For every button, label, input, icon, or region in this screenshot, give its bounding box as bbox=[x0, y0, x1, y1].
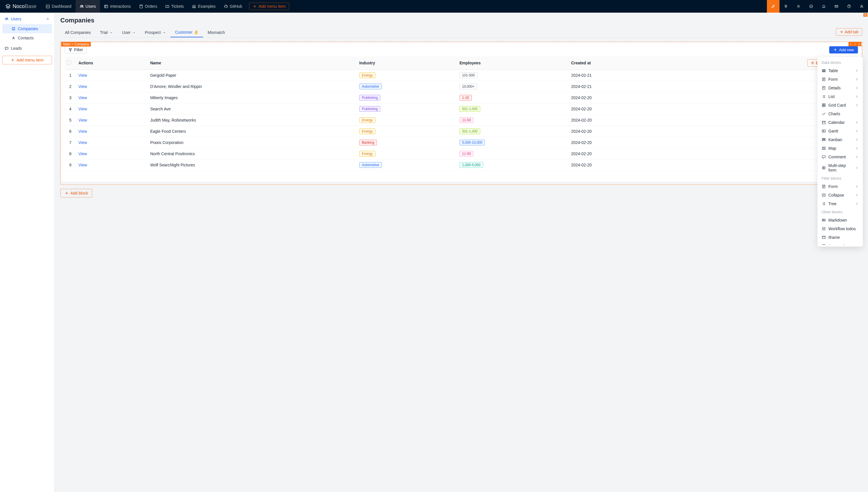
interactions-icon bbox=[104, 4, 108, 9]
plus-icon bbox=[253, 4, 257, 8]
menu-item-iframe[interactable]: Iframe bbox=[817, 233, 863, 242]
view-link[interactable]: View bbox=[78, 151, 87, 156]
menu-item-list[interactable]: List bbox=[817, 92, 863, 101]
add-new-button[interactable]: Add new bbox=[829, 46, 858, 53]
block-drag-handle[interactable] bbox=[857, 42, 861, 46]
cell-created: 2024-02-20 bbox=[569, 92, 662, 103]
chevron-up-icon bbox=[46, 17, 50, 21]
design-mode-button[interactable] bbox=[767, 0, 780, 13]
block-breadcrumb: Main > Company bbox=[61, 42, 91, 47]
menu-item-calendar[interactable]: Calendar bbox=[817, 118, 863, 127]
gear-icon bbox=[796, 4, 800, 8]
menu-item-form[interactable]: Form bbox=[817, 75, 863, 83]
sidebar-item-contacts[interactable]: Contacts bbox=[2, 33, 52, 43]
menu-item-tree[interactable]: Tree bbox=[817, 199, 863, 208]
table-row: 1ViewGergold PaperEnergy101-5002024-02-2… bbox=[65, 70, 858, 81]
menu-item-map[interactable]: Map bbox=[817, 144, 863, 153]
user-menu-button[interactable] bbox=[856, 0, 868, 13]
nav-interactions[interactable]: Interactions bbox=[100, 0, 135, 13]
add-block-button[interactable]: Add block bbox=[60, 189, 92, 197]
menu-item-kanban[interactable]: Kanban bbox=[817, 136, 863, 144]
menu-item-grid-card[interactable]: Grid Card bbox=[817, 101, 863, 109]
chevron-right-icon bbox=[855, 166, 859, 170]
help-icon bbox=[847, 4, 851, 8]
block-add-button[interactable] bbox=[853, 42, 857, 46]
nav-github[interactable]: GitHub bbox=[220, 0, 247, 13]
select-all-checkbox[interactable] bbox=[67, 60, 71, 65]
approval-icon bbox=[821, 244, 826, 245]
menu-item-markdown[interactable]: Markdown bbox=[817, 216, 863, 224]
view-link[interactable]: View bbox=[78, 73, 87, 78]
settings-button[interactable] bbox=[792, 0, 805, 13]
tab-user[interactable]: User → bbox=[118, 28, 140, 37]
nav-examples[interactable]: Examples bbox=[188, 0, 220, 13]
menu-item-workflow-todos[interactable]: Workflow todos bbox=[817, 224, 863, 233]
logo-noco: Noco bbox=[12, 3, 25, 9]
nav-tickets[interactable]: Tickets bbox=[161, 0, 188, 13]
menu-item-table[interactable]: Table bbox=[817, 66, 863, 75]
menu-item-label: Details bbox=[828, 85, 841, 90]
nav-dashboard[interactable]: Dashboard bbox=[42, 0, 76, 13]
help-button[interactable] bbox=[843, 0, 856, 13]
row-number: 7 bbox=[65, 137, 76, 148]
tab-mismatch[interactable]: Mismatch bbox=[203, 28, 229, 37]
add-tab-button[interactable]: Add tab bbox=[836, 28, 862, 35]
sidebar-group-users[interactable]: Users bbox=[2, 15, 52, 23]
block-add-column-button[interactable] bbox=[848, 42, 853, 46]
menu-item-collapse[interactable]: Collapse bbox=[817, 191, 863, 199]
row-number: 1 bbox=[65, 70, 76, 81]
menu-item-multi-step-form[interactable]: Multi-step form bbox=[817, 161, 863, 174]
main-content: Companies All Companies Trial → User → P… bbox=[55, 13, 868, 492]
tab-trial[interactable]: Trial → bbox=[95, 28, 118, 37]
view-link[interactable]: View bbox=[78, 163, 87, 167]
sidebar-item-companies[interactable]: Companies bbox=[2, 24, 52, 33]
menu-item-details[interactable]: Details bbox=[817, 83, 863, 92]
cell-name: Judith May, Robinetworks bbox=[148, 115, 357, 126]
filter-button[interactable]: Filter bbox=[65, 46, 87, 53]
plugin-icon bbox=[784, 4, 788, 8]
menu-item-label: Gantt bbox=[828, 129, 838, 133]
menu-item-gantt[interactable]: Gantt bbox=[817, 127, 863, 136]
view-link[interactable]: View bbox=[78, 84, 87, 89]
view-link[interactable]: View bbox=[78, 95, 87, 100]
collapse-icon bbox=[821, 193, 826, 197]
view-link[interactable]: View bbox=[78, 129, 87, 133]
chart-icon bbox=[821, 112, 826, 116]
industry-tag: Energy bbox=[359, 72, 376, 78]
brush-icon bbox=[771, 4, 775, 8]
view-link[interactable]: View bbox=[78, 140, 87, 145]
menu-item-form[interactable]: Form bbox=[817, 182, 863, 191]
view-link[interactable]: View bbox=[78, 118, 87, 122]
chevron-right-icon bbox=[855, 129, 859, 133]
add-menu-item-button[interactable]: Add menu item bbox=[249, 3, 289, 10]
tab-all-companies[interactable]: All Companies bbox=[60, 28, 95, 37]
cell-name: Eagle Food Centers bbox=[148, 126, 357, 137]
tab-prospect[interactable]: Prospect → bbox=[140, 28, 170, 37]
plugin-button[interactable] bbox=[780, 0, 792, 13]
cell-name: Search Ave bbox=[148, 103, 357, 115]
menu-item-charts[interactable]: Charts bbox=[817, 109, 863, 118]
sidebar-add-menu-item[interactable]: Add menu item bbox=[2, 56, 52, 65]
menu-group-title: Other blocks bbox=[817, 208, 863, 216]
filter-icon bbox=[68, 48, 72, 52]
view-link[interactable]: View bbox=[78, 107, 87, 111]
tab-customer[interactable]: Customer 👌 bbox=[170, 28, 203, 38]
industry-tag: Publishing bbox=[359, 106, 380, 112]
menu-item-label: Iframe bbox=[828, 235, 840, 240]
plus-icon bbox=[10, 58, 15, 62]
menu-item-approval[interactable]: Approval bbox=[817, 242, 863, 245]
mail-button[interactable] bbox=[830, 0, 843, 13]
employees-tag: 1-10 bbox=[460, 95, 471, 101]
nav-users[interactable]: Users bbox=[76, 0, 100, 13]
check-button[interactable] bbox=[805, 0, 817, 13]
notifications-button[interactable] bbox=[817, 0, 830, 13]
nav-orders[interactable]: Orders bbox=[135, 0, 161, 13]
th-actions: Actions bbox=[76, 56, 148, 70]
logo[interactable]: NocoBase bbox=[0, 3, 42, 9]
menu-item-comment[interactable]: Comment bbox=[817, 153, 863, 161]
orders-icon bbox=[139, 4, 143, 9]
employees-tag: 501-1,000 bbox=[460, 128, 480, 134]
building-icon bbox=[11, 27, 16, 31]
cell-name: North Central Positronics bbox=[148, 148, 357, 159]
sidebar-item-leads[interactable]: Leads bbox=[2, 44, 52, 53]
